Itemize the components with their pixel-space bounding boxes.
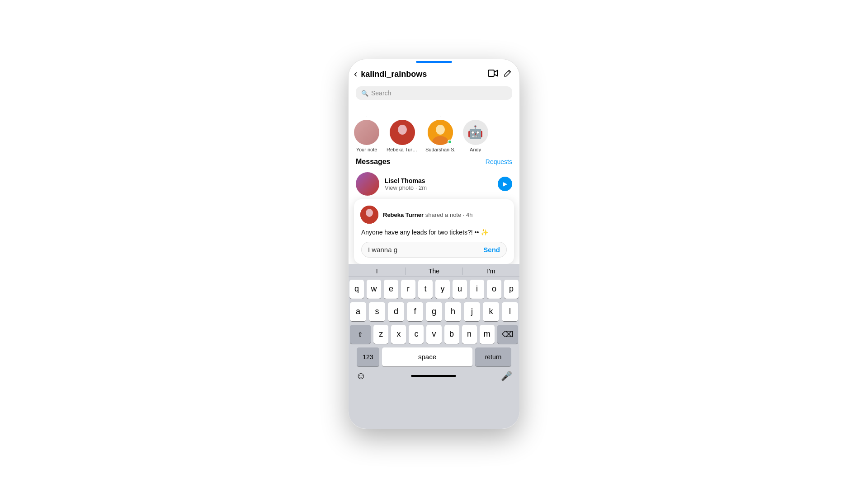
mic-icon[interactable]: 🎤: [501, 371, 512, 381]
message-input[interactable]: I wanna g: [368, 246, 480, 253]
message-input-row[interactable]: I wanna g Send: [361, 242, 507, 258]
popup-note-text: Anyone have any leads for two tickets?! …: [360, 228, 508, 237]
key-s[interactable]: s: [369, 302, 385, 321]
key-delete[interactable]: ⌫: [497, 325, 518, 344]
key-x[interactable]: x: [391, 325, 406, 344]
key-d[interactable]: d: [388, 302, 404, 321]
search-placeholder: Search: [371, 89, 391, 97]
key-row-2: a s d f g h j k l: [350, 302, 518, 321]
key-w[interactable]: w: [367, 280, 381, 299]
svg-rect-1: [491, 70, 493, 70]
key-i[interactable]: i: [470, 280, 484, 299]
popup-card: Rebeka Turner shared a note · 4h Anyone …: [354, 199, 514, 264]
story-label-sudarshan: Sudarshan S.: [425, 147, 456, 152]
key-a[interactable]: a: [350, 302, 366, 321]
msg-name-lisel: Lisel Thomas: [385, 177, 492, 184]
key-h[interactable]: h: [445, 302, 461, 321]
popup-header: Rebeka Turner shared a note · 4h: [360, 206, 508, 224]
autocomplete-word-im[interactable]: I'm: [463, 267, 519, 275]
story-item-sudarshan[interactable]: Boo! Sudarshan S.: [425, 120, 456, 152]
autocomplete-row: I The I'm: [349, 264, 519, 277]
header: ‹ kalindi_rainbows: [349, 65, 519, 84]
bottom-bar: ☺ 🎤: [349, 367, 519, 386]
popup-user-line: Rebeka Turner shared a note · 4h: [383, 211, 473, 218]
key-f[interactable]: f: [407, 302, 423, 321]
story-item-rebeka-turner[interactable]: Anyone have any leads for two tickets?! …: [387, 120, 418, 152]
key-v[interactable]: v: [426, 325, 441, 344]
popup-username: Rebeka Turner: [383, 211, 424, 218]
requests-link[interactable]: Requests: [486, 158, 512, 165]
popup-action: shared a note · 4h: [425, 211, 473, 218]
avatar-sudarshan-wrap: [428, 120, 453, 145]
status-bar-indicator: [416, 61, 452, 63]
key-return[interactable]: return: [475, 347, 511, 366]
emoji-icon[interactable]: ☺: [356, 370, 366, 382]
key-r[interactable]: r: [401, 280, 415, 299]
key-row-1: q w e r t y u i o p: [350, 280, 518, 299]
popup-user-info: Rebeka Turner shared a note · 4h: [383, 211, 473, 218]
status-bar: [349, 59, 519, 65]
messages-header: Messages Requests: [349, 156, 519, 169]
key-shift[interactable]: ⇧: [350, 325, 371, 344]
phone-container: ‹ kalindi_rainbows 🔍 Search: [348, 59, 520, 429]
svg-point-9: [366, 209, 373, 217]
home-indicator-wrap: [366, 375, 501, 377]
compose-icon[interactable]: [503, 69, 512, 80]
key-z[interactable]: z: [373, 325, 388, 344]
key-m[interactable]: m: [480, 325, 495, 344]
avatar-andy: 🤖: [463, 120, 488, 145]
key-b[interactable]: b: [444, 325, 459, 344]
avatar-lisel-thomas: [356, 172, 379, 196]
key-123[interactable]: 123: [357, 347, 379, 366]
key-c[interactable]: c: [409, 325, 424, 344]
msg-info-lisel: Lisel Thomas View photo · 2m: [385, 177, 492, 191]
search-input-wrap[interactable]: 🔍 Search: [356, 86, 512, 100]
key-g[interactable]: g: [426, 302, 442, 321]
key-u[interactable]: u: [453, 280, 467, 299]
message-row-lisel[interactable]: Lisel Thomas View photo · 2m ▶: [349, 169, 519, 199]
search-bar: 🔍 Search: [349, 84, 519, 103]
story-label-your-note: Your note: [356, 147, 377, 152]
autocomplete-word-the[interactable]: The: [406, 267, 462, 275]
header-title: kalindi_rainbows: [361, 70, 488, 79]
story-item-your-note[interactable]: finding a new playlist >>> Your note: [354, 120, 379, 152]
popup-avatar-rebeka: [360, 206, 378, 224]
stories-row: finding a new playlist >>> Your note Any…: [349, 116, 519, 156]
video-call-icon[interactable]: [488, 69, 498, 80]
search-icon: 🔍: [361, 90, 368, 97]
autocomplete-word-i[interactable]: I: [349, 267, 405, 275]
msg-preview-lisel: View photo · 2m: [385, 184, 492, 191]
story-label-rebeka-turner: Rebeka Turner: [387, 147, 418, 152]
key-j[interactable]: j: [464, 302, 480, 321]
key-row-3: ⇧ z x c v b n m ⌫: [350, 325, 518, 344]
keyboard-area: I The I'm q w e r t y u i o p a: [349, 264, 519, 429]
key-e[interactable]: e: [384, 280, 398, 299]
home-indicator: [411, 375, 456, 377]
key-space[interactable]: space: [382, 347, 472, 366]
keyboard-rows: q w e r t y u i o p a s d f g h j k: [349, 277, 519, 367]
messages-title: Messages: [356, 158, 391, 166]
svg-rect-0: [488, 70, 494, 76]
back-button[interactable]: ‹: [354, 68, 357, 80]
key-p[interactable]: p: [504, 280, 519, 299]
story-item-andy[interactable]: 🤖 Andy: [463, 120, 488, 152]
online-dot-sudarshan: [448, 140, 452, 144]
key-t[interactable]: t: [418, 280, 433, 299]
header-icons: [488, 69, 512, 80]
avatar-rebeka-turner: [390, 120, 415, 145]
play-button-lisel[interactable]: ▶: [498, 177, 512, 191]
key-n[interactable]: n: [462, 325, 477, 344]
key-row-4: 123 space return: [350, 347, 518, 366]
key-k[interactable]: k: [483, 302, 499, 321]
send-button[interactable]: Send: [483, 246, 500, 253]
svg-point-6: [436, 125, 445, 135]
svg-point-3: [398, 125, 407, 135]
avatar-your-note: [354, 120, 379, 145]
key-l[interactable]: l: [502, 302, 518, 321]
story-label-andy: Andy: [470, 147, 481, 152]
key-q[interactable]: q: [349, 280, 364, 299]
key-y[interactable]: y: [435, 280, 450, 299]
key-o[interactable]: o: [487, 280, 501, 299]
